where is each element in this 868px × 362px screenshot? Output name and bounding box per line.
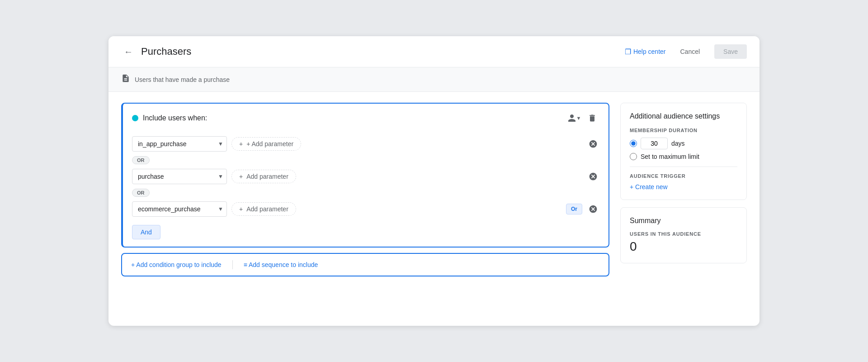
table-row: ecommerce_purchase in_app_purchase purch… <box>132 198 599 220</box>
description-text: Users that have made a purchase <box>135 76 230 83</box>
plus-icon-1: + <box>239 140 243 148</box>
event-select-wrapper-1: in_app_purchase purchase ecommerce_purch… <box>132 136 227 152</box>
table-row: purchase in_app_purchase ecommerce_purch… <box>132 165 599 188</box>
header: ← Purchasers ❐ Help center Cancel Save <box>108 36 760 67</box>
settings-title: Additional audience settings <box>630 112 737 120</box>
help-label: Help center <box>633 48 666 55</box>
plus-icon-3: + <box>239 205 243 213</box>
event-rows: in_app_purchase purchase ecommerce_purch… <box>132 133 599 220</box>
condition-label: Include users when: <box>143 114 207 122</box>
teal-indicator <box>132 115 138 121</box>
add-condition-group-button[interactable]: + Add condition group to include <box>131 261 222 268</box>
condition-block: Include users when: ▼ <box>121 103 609 248</box>
close-circle-icon-2 <box>589 172 598 181</box>
days-unit-label: days <box>671 140 685 147</box>
event-select-wrapper-2: purchase in_app_purchase ecommerce_purch… <box>132 169 227 184</box>
condition-header-right: ▼ <box>567 111 599 125</box>
days-input[interactable] <box>641 138 668 149</box>
content-area: Include users when: ▼ <box>108 92 760 287</box>
document-icon <box>121 74 130 85</box>
membership-duration-label: MEMBERSHIP DURATION <box>630 128 737 133</box>
add-group-label: + Add condition group to include <box>131 261 222 268</box>
max-limit-label: Set to maximum limit <box>641 153 699 160</box>
external-link-icon: ❐ <box>625 48 631 56</box>
max-limit-radio[interactable] <box>630 153 637 160</box>
or-separator-2: OR <box>132 188 599 198</box>
summary-title: Summary <box>630 217 737 225</box>
days-radio[interactable] <box>630 140 637 147</box>
or-chip-1: OR <box>132 156 150 164</box>
add-conditions-bar: + Add condition group to include ≡ Add s… <box>121 253 609 276</box>
table-row: in_app_purchase purchase ecommerce_purch… <box>132 133 599 155</box>
header-left: ← Purchasers <box>121 44 625 59</box>
create-new-label: + Create new <box>630 183 668 191</box>
page-title: Purchasers <box>141 46 191 57</box>
add-sequence-label: ≡ Add sequence to include <box>244 261 318 268</box>
plus-icon-2: + <box>239 173 243 180</box>
right-panel: Additional audience settings MEMBERSHIP … <box>620 103 747 263</box>
add-param-label-3: Add parameter <box>246 205 288 213</box>
add-parameter-button-2[interactable]: + Add parameter <box>231 170 296 183</box>
or-separator-1: OR <box>132 155 599 165</box>
vertical-divider <box>232 260 233 269</box>
section-divider <box>630 167 737 167</box>
conditions-panel: Include users when: ▼ <box>121 103 609 276</box>
add-sequence-button[interactable]: ≡ Add sequence to include <box>244 261 318 268</box>
remove-button-1[interactable] <box>587 138 599 150</box>
back-button[interactable]: ← <box>121 44 136 59</box>
audience-trigger-label: AUDIENCE TRIGGER <box>630 173 737 179</box>
or-badge-button-3[interactable]: Or <box>566 204 582 214</box>
cancel-button[interactable]: Cancel <box>673 44 707 59</box>
close-circle-icon-1 <box>589 139 598 148</box>
delete-button[interactable] <box>585 111 599 125</box>
trash-icon <box>588 114 597 123</box>
description-bar: Users that have made a purchase <box>108 67 760 92</box>
users-in-audience-label: USERS IN THIS AUDIENCE <box>630 231 737 237</box>
add-parameter-button-3[interactable]: + Add parameter <box>231 202 296 216</box>
create-new-button[interactable]: + Create new <box>630 183 668 191</box>
users-in-audience-value: 0 <box>630 239 737 254</box>
add-parameter-button-1[interactable]: + + Add parameter <box>231 137 301 151</box>
settings-card: Additional audience settings MEMBERSHIP … <box>620 103 747 200</box>
and-button[interactable]: And <box>132 225 160 239</box>
condition-header: Include users when: ▼ <box>132 111 599 125</box>
person-dropdown-button[interactable]: ▼ <box>567 111 581 125</box>
remove-button-3[interactable] <box>587 203 599 215</box>
event-select-3[interactable]: ecommerce_purchase in_app_purchase purch… <box>132 201 227 217</box>
main-card: ← Purchasers ❐ Help center Cancel Save U… <box>108 36 760 326</box>
remove-button-2[interactable] <box>587 170 599 183</box>
event-select-1[interactable]: in_app_purchase purchase ecommerce_purch… <box>132 136 227 152</box>
event-select-2[interactable]: purchase in_app_purchase ecommerce_purch… <box>132 169 227 184</box>
save-button[interactable]: Save <box>714 44 747 59</box>
person-icon <box>567 114 576 123</box>
add-param-label-1: + Add parameter <box>246 140 293 148</box>
header-right: ❐ Help center Cancel Save <box>625 44 747 59</box>
person-dropdown-arrow: ▼ <box>576 115 581 121</box>
or-chip-2: OR <box>132 189 150 197</box>
event-select-wrapper-3: ecommerce_purchase in_app_purchase purch… <box>132 201 227 217</box>
summary-card: Summary USERS IN THIS AUDIENCE 0 <box>620 207 747 263</box>
close-circle-icon-3 <box>589 205 598 214</box>
days-radio-row: days <box>630 138 737 149</box>
help-link[interactable]: ❐ Help center <box>625 48 666 56</box>
add-param-label-2: Add parameter <box>246 173 288 180</box>
condition-header-left: Include users when: <box>132 114 207 122</box>
max-limit-radio-row: Set to maximum limit <box>630 153 737 160</box>
back-arrow-icon: ← <box>124 47 133 57</box>
